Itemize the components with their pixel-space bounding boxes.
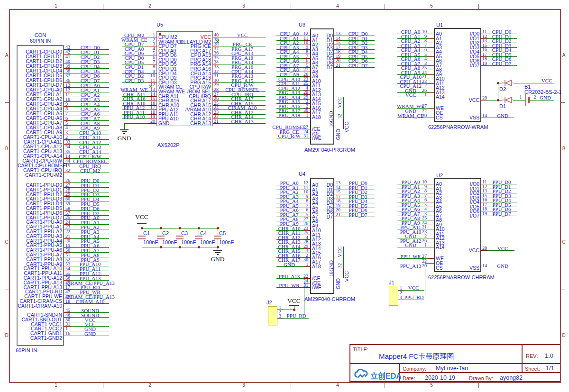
- wire: [498, 83, 498, 100]
- pin-name: D7: [313, 214, 333, 219]
- frame-tick: [291, 383, 291, 388]
- net-label: VCC: [533, 78, 560, 84]
- label: VCC: [337, 97, 342, 108]
- capacitor-value: 100nF: [181, 239, 198, 246]
- pin-stub: [428, 97, 434, 97]
- battery-part: CR2032-BS-2-1: [524, 89, 567, 95]
- connector-pin-name: CART1-GND2: [18, 335, 62, 341]
- capacitor-ref: C3: [181, 230, 195, 237]
- frame-tick: [478, 383, 479, 388]
- frame-row-label: B: [561, 146, 566, 152]
- frame-tick: [561, 290, 565, 290]
- pin-name: CS: [436, 115, 456, 120]
- pin-name: I/O7: [458, 63, 479, 68]
- ground-icon: [120, 129, 128, 130]
- frame-tick: [103, 4, 103, 9]
- chip-name: 62256PNARROW-WRAM: [428, 124, 499, 130]
- ground-icon: [215, 252, 220, 253]
- frame-column-label: 1: [52, 383, 60, 388]
- wire: [425, 263, 425, 295]
- ground-icon: [213, 250, 222, 251]
- chip-name: AM29F040-PRGROM: [304, 147, 371, 153]
- capacitor-value: 100nF: [219, 239, 236, 246]
- wire: [487, 100, 502, 100]
- frame-tick: [197, 4, 197, 9]
- frame-row-label: B: [4, 146, 9, 152]
- pin-name: VCC: [458, 97, 479, 103]
- net-label: GND: [493, 113, 512, 119]
- vcc-icon: [289, 305, 299, 306]
- net-label: GND: [493, 263, 512, 269]
- connector-pin-name: CART1-CPU-M2: [18, 172, 62, 178]
- frame-tick: [385, 383, 385, 388]
- vcc-label: VCC: [282, 297, 306, 305]
- wire: [304, 283, 304, 314]
- label: VCC: [337, 246, 342, 257]
- net-label: PPU_WR: [263, 283, 315, 289]
- frame-column-label: 2: [146, 3, 154, 9]
- net-label: PPU_D7: [478, 211, 525, 217]
- diode-d1-icon: [502, 97, 513, 103]
- connector-j1-body[interactable]: [389, 286, 398, 306]
- frame-row-label: C: [561, 239, 566, 245]
- pin-name: CHR A13: [173, 120, 211, 126]
- wire: [124, 123, 125, 129]
- capacitor-value: 100nF: [162, 239, 179, 246]
- label: GND: [329, 111, 334, 122]
- pin-number: 1: [518, 94, 523, 100]
- label: GND: [329, 260, 334, 272]
- pin-name: I/O7: [458, 213, 479, 219]
- pin-number: 1: [297, 112, 308, 118]
- pin-number: 1: [297, 262, 308, 267]
- frame-tick: [385, 4, 385, 9]
- net-label: GND: [536, 95, 555, 101]
- junction-dot: [293, 309, 295, 311]
- pin-number: 3: [279, 313, 284, 319]
- net-label: PPU_WR: [387, 254, 434, 260]
- label: VCC: [344, 271, 349, 282]
- net-label: VCC: [403, 285, 424, 291]
- u2-ref: U2: [436, 173, 455, 179]
- frame-column-label: 3: [240, 3, 248, 9]
- net-label: CPU_D7: [478, 61, 525, 67]
- capacitor-ref: C2: [162, 230, 176, 237]
- frame-column-label: 4: [334, 3, 341, 9]
- net-label: WRAM_CE: [387, 113, 434, 119]
- connector-j2-body[interactable]: [268, 306, 277, 326]
- net-label: VCC: [219, 32, 266, 38]
- pin-name: A14: [436, 94, 456, 100]
- ground-icon: [122, 131, 127, 132]
- junction-dot: [179, 227, 181, 229]
- wire: [425, 263, 428, 264]
- ground-icon: [218, 247, 218, 250]
- capacitor-ref: C5: [219, 230, 233, 237]
- pin-name: VCC: [458, 247, 479, 253]
- frame-row-label: D: [4, 333, 9, 338]
- capacitor-ref: C1: [143, 230, 157, 237]
- net-label: CPU_R/W: [263, 133, 315, 139]
- pin-number: 1: [415, 92, 427, 98]
- frame-column-label: 5: [428, 3, 435, 9]
- wire: [284, 310, 294, 310]
- net-label: CIRAM_A10: [62, 299, 119, 305]
- frame-column-label: 1: [52, 3, 60, 9]
- frame-tick: [291, 4, 291, 9]
- u3-ref: U3: [299, 22, 318, 28]
- frame-column-label: 5: [428, 383, 435, 388]
- junction-dot: [217, 227, 219, 229]
- label: 32: [338, 263, 342, 268]
- net-label: CPU_M2: [62, 168, 119, 174]
- net-label: PPU_RD: [284, 313, 308, 319]
- net-label: CHR_A13: [219, 119, 266, 125]
- u4-ref: U4: [299, 171, 318, 177]
- frame-tick: [197, 383, 197, 388]
- frame-tick: [561, 196, 565, 196]
- pin-name: CS: [436, 265, 456, 271]
- pin-stub: [147, 123, 156, 124]
- pin-name: VSS: [458, 265, 479, 271]
- junction-dot: [141, 227, 143, 229]
- net-label: PPU_D7: [334, 212, 382, 218]
- diode-d1-ref: D1: [499, 103, 514, 109]
- connector-j1-ref: J1: [389, 280, 403, 286]
- connector-pin-name: CART1-CIRAM-A10: [18, 303, 62, 309]
